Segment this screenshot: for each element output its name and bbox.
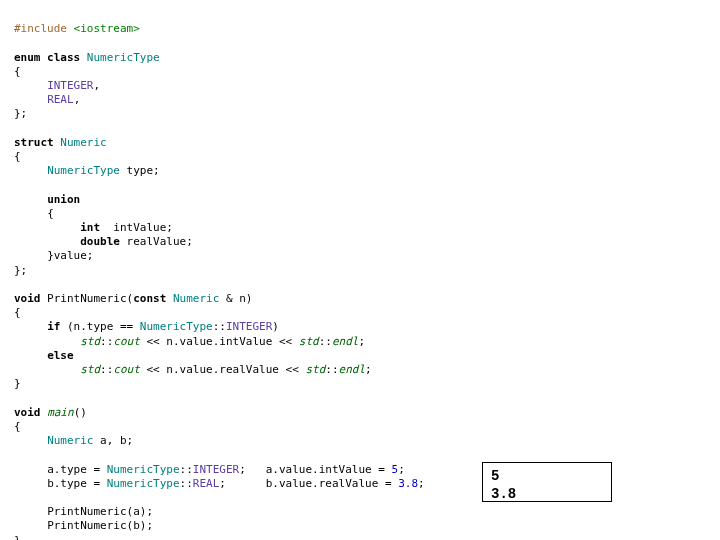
func-printnumeric: PrintNumeric(: [41, 292, 134, 305]
cout: cout: [113, 335, 140, 348]
kw-union: union: [47, 193, 80, 206]
func-main: main: [47, 406, 74, 419]
ns-std: std: [80, 335, 100, 348]
enum-integer: INTEGER: [47, 79, 93, 92]
type-numerictype: NumericType: [87, 51, 160, 64]
kw-struct: struct: [14, 136, 60, 149]
kw-void: void: [14, 292, 41, 305]
num-3-8: 3.8: [398, 477, 418, 490]
kw-if: if: [47, 320, 60, 333]
brace: {: [14, 65, 21, 78]
call-print-a: PrintNumeric(a);: [47, 505, 153, 518]
call-print-b: PrintNumeric(b);: [47, 519, 153, 532]
endl: endl: [332, 335, 359, 348]
enum-real: REAL: [47, 93, 74, 106]
type-numeric: Numeric: [60, 136, 106, 149]
field-type: NumericType: [47, 164, 120, 177]
kw-double: double: [80, 235, 120, 248]
code-listing: #include <iostream> enum class NumericTy…: [0, 0, 720, 540]
kw-enum-class: enum class: [14, 51, 87, 64]
brace-close: };: [14, 107, 27, 120]
kw-int: int: [80, 221, 100, 234]
output-line-1: 5: [491, 467, 603, 485]
output-line-2: 3.8: [491, 485, 603, 503]
kw-else: else: [47, 349, 74, 362]
program-output: 5 3.8: [482, 462, 612, 502]
include-header: <iostream>: [74, 22, 140, 35]
include-directive: #include: [14, 22, 74, 35]
